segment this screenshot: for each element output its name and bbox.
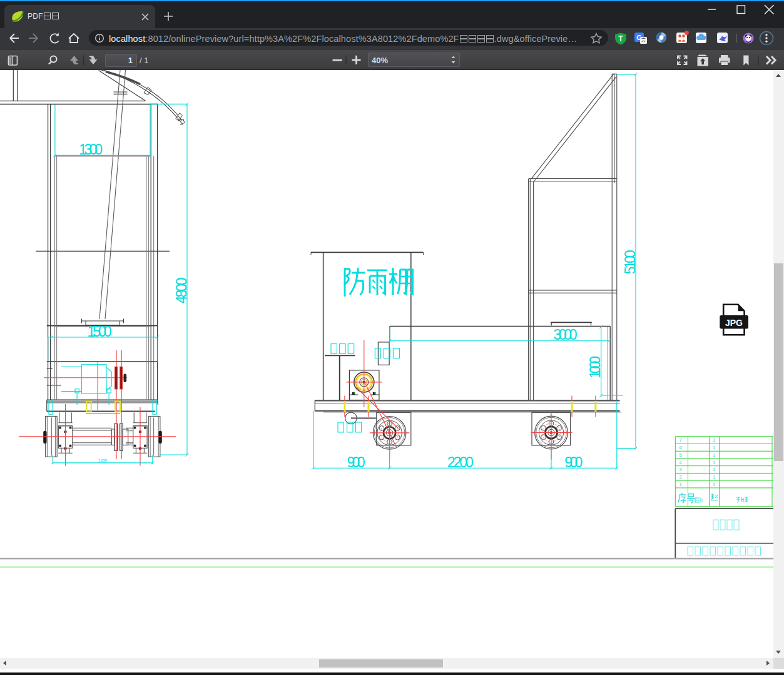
svg-text:1: 1 — [713, 460, 715, 465]
svg-text:3: 3 — [679, 467, 681, 472]
svg-text:4800: 4800 — [173, 278, 190, 304]
svg-text:4: 4 — [679, 460, 681, 465]
svg-text:5: 5 — [679, 452, 681, 458]
svg-text:2200: 2200 — [447, 454, 474, 470]
svg-text:6: 6 — [679, 445, 681, 450]
svg-text:1: 1 — [713, 467, 715, 472]
svg-text:1: 1 — [713, 482, 715, 487]
svg-text:1: 1 — [713, 452, 715, 458]
svg-text:T: T — [618, 34, 623, 43]
svg-text:1: 1 — [713, 437, 715, 443]
svg-text:1: 1 — [713, 445, 715, 450]
svg-text:1300: 1300 — [79, 141, 103, 158]
svg-text:1: 1 — [713, 474, 715, 480]
svg-text:1: 1 — [679, 482, 681, 487]
svg-text:2: 2 — [679, 474, 681, 480]
svg-text:900: 900 — [347, 454, 365, 470]
svg-text:1500: 1500 — [88, 323, 112, 340]
svg-text:1000: 1000 — [587, 356, 603, 378]
svg-text:1435: 1435 — [98, 459, 108, 463]
svg-text:7: 7 — [679, 437, 681, 443]
svg-text:JPG: JPG — [725, 318, 743, 328]
svg-text:5100: 5100 — [622, 250, 638, 275]
svg-text:3000: 3000 — [554, 327, 578, 343]
svg-text:900: 900 — [564, 454, 583, 470]
